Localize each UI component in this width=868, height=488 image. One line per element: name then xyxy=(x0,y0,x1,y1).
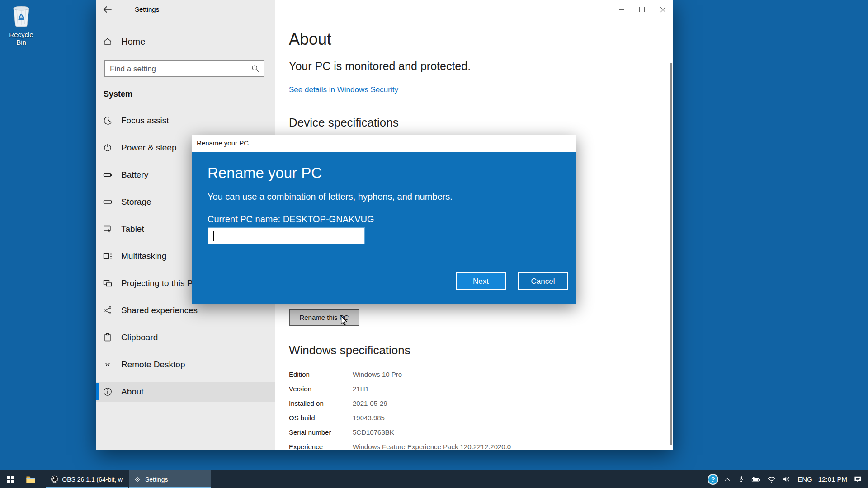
home-icon xyxy=(103,37,113,47)
search-input[interactable] xyxy=(109,61,246,77)
spec-label: Experience xyxy=(289,443,353,450)
sidebar-item-home[interactable]: Home xyxy=(96,33,275,51)
storage-icon xyxy=(103,197,113,207)
taskbar-app-obs[interactable]: OBS 26.1.1 (64-bit, wi... xyxy=(46,470,128,488)
sidebar-item-label: About xyxy=(121,387,144,397)
cancel-button[interactable]: Cancel xyxy=(518,272,568,290)
rename-pc-dialog: Rename your PC Rename your PC You can us… xyxy=(192,135,576,304)
home-label: Home xyxy=(121,37,145,47)
sidebar-item-label: Projecting to this PC xyxy=(121,278,199,288)
dialog-heading: Rename your PC xyxy=(208,164,322,182)
file-explorer-button[interactable] xyxy=(21,470,41,488)
volume-icon[interactable] xyxy=(782,475,792,483)
taskbar-app-label: OBS 26.1.1 (64-bit, wi... xyxy=(62,476,123,483)
spec-value: 21H1 xyxy=(353,385,369,393)
maximize-button[interactable] xyxy=(632,0,652,19)
battery-charging-icon[interactable] xyxy=(751,475,761,483)
back-arrow-icon xyxy=(102,4,113,15)
minimize-icon xyxy=(619,9,624,10)
focus-assist-icon xyxy=(103,116,113,126)
sidebar-item-label: Remote Desktop xyxy=(121,360,185,370)
next-button[interactable]: Next xyxy=(456,272,506,290)
device-specs-heading: Device specifications xyxy=(289,116,399,130)
microphone-icon[interactable] xyxy=(737,475,745,483)
back-button[interactable] xyxy=(102,4,115,15)
spec-label: Installed on xyxy=(289,399,353,407)
search-box xyxy=(104,60,264,77)
text-caret xyxy=(213,231,214,241)
spec-label: Edition xyxy=(289,371,353,378)
sidebar-item-label: Battery xyxy=(121,170,148,180)
tablet-icon xyxy=(103,224,113,234)
tray-chevron-up-icon[interactable] xyxy=(723,475,731,483)
sidebar-item-label: Shared experiences xyxy=(121,305,198,315)
spec-value: 5CD10763BK xyxy=(353,428,394,436)
clock[interactable]: 12:01 PM xyxy=(818,475,847,483)
help-tray-icon[interactable]: ? xyxy=(708,475,717,484)
spec-row: Experience Windows Feature Experience Pa… xyxy=(289,443,511,450)
window-title: Settings xyxy=(135,5,159,13)
spec-row: Version 21H1 xyxy=(289,385,369,393)
close-icon xyxy=(660,7,665,12)
projecting-icon xyxy=(103,278,113,288)
pc-name-input[interactable] xyxy=(212,229,363,244)
taskbar-app-label: Settings xyxy=(145,476,168,483)
current-pc-name-label: Current PC name: DESKTOP-GNAKVUG xyxy=(208,214,374,225)
recycle-bin-shortcut[interactable]: Recycle Bin xyxy=(4,5,39,46)
about-info-icon xyxy=(103,387,113,397)
search-icon[interactable] xyxy=(251,64,260,73)
system-tray: ? ENG xyxy=(708,470,863,488)
content-scrollbar[interactable] xyxy=(670,63,672,445)
sidebar-item-clipboard[interactable]: Clipboard xyxy=(96,328,275,347)
start-button[interactable] xyxy=(0,470,21,488)
sidebar-item-focus-assist[interactable]: Focus assist xyxy=(96,111,275,131)
clipboard-icon xyxy=(103,333,113,343)
sidebar-item-label: Focus assist xyxy=(121,116,169,126)
pc-name-input-box xyxy=(208,227,365,244)
rename-this-pc-button[interactable]: Rename this PC xyxy=(289,309,359,326)
dialog-body: Rename your PC You can use a combination… xyxy=(192,152,576,304)
action-center-icon[interactable] xyxy=(853,475,863,484)
wifi-icon[interactable] xyxy=(767,475,776,483)
remote-desktop-icon xyxy=(103,360,113,370)
file-explorer-icon xyxy=(25,474,36,485)
security-status-text: Your PC is monitored and protected. xyxy=(289,60,471,73)
battery-icon xyxy=(103,170,113,180)
spec-row: Edition Windows 10 Pro xyxy=(289,371,402,378)
spec-label: OS build xyxy=(289,414,353,422)
recycle-bin-icon xyxy=(11,5,31,28)
spec-value: 2021-05-29 xyxy=(353,399,387,407)
power-icon xyxy=(103,143,113,153)
page-title: About xyxy=(289,30,331,49)
windows-logo-icon xyxy=(7,476,14,483)
spec-label: Serial number xyxy=(289,428,353,436)
taskbar-app-settings[interactable]: Settings xyxy=(129,470,211,488)
close-button[interactable] xyxy=(652,0,673,19)
dialog-description: You can use a combination of letters, hy… xyxy=(208,192,453,202)
minimize-button[interactable] xyxy=(611,0,632,19)
spec-row: OS build 19043.985 xyxy=(289,414,385,422)
sidebar-item-label: Storage xyxy=(121,197,151,207)
maximize-icon xyxy=(639,7,645,12)
mouse-cursor xyxy=(340,316,348,325)
spec-value: 19043.985 xyxy=(353,414,385,422)
obs-icon xyxy=(51,475,58,483)
settings-gear-icon xyxy=(133,475,142,483)
spec-value: Windows Feature Experience Pack 120.2212… xyxy=(353,443,511,450)
spec-row: Serial number 5CD10763BK xyxy=(289,428,394,436)
dialog-title: Rename your PC xyxy=(197,139,249,147)
window-controls xyxy=(611,0,673,19)
spec-row: Installed on 2021-05-29 xyxy=(289,399,387,407)
dialog-titlebar: Rename your PC xyxy=(192,135,576,152)
spec-label: Version xyxy=(289,385,353,393)
multitasking-icon xyxy=(103,251,113,261)
windows-specs-heading: Windows specifications xyxy=(289,343,410,357)
windows-security-link[interactable]: See details in Windows Security xyxy=(289,85,398,94)
language-indicator[interactable]: ENG xyxy=(797,475,812,483)
sidebar-item-about[interactable]: About xyxy=(96,382,275,402)
sidebar-item-remote-desktop[interactable]: Remote Desktop xyxy=(96,355,275,375)
taskbar: OBS 26.1.1 (64-bit, wi... Settings ? xyxy=(0,470,868,488)
sidebar-item-label: Clipboard xyxy=(121,333,158,343)
sidebar-item-label: Multitasking xyxy=(121,251,166,261)
sidebar-item-label: Power & sleep xyxy=(121,143,177,153)
